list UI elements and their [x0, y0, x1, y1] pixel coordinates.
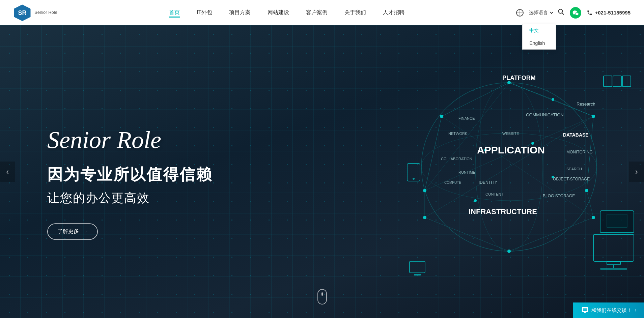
svg-text:OBJECT-STORAGE: OBJECT-STORAGE — [553, 177, 590, 181]
svg-text:MONITORING: MONITORING — [566, 150, 593, 154]
phone-area: +021-51185995 — [587, 10, 631, 16]
svg-point-30 — [552, 98, 554, 101]
nav-item-about[interactable]: 关于我们 — [344, 9, 366, 16]
svg-text:IDENTITY: IDENTITY — [479, 180, 497, 185]
next-arrow-icon: › — [635, 167, 638, 176]
svg-text:RUNTIME: RUNTIME — [458, 170, 475, 174]
chevron-down-icon — [550, 10, 553, 14]
svg-rect-63 — [600, 268, 627, 270]
svg-text:NETWORK: NETWORK — [448, 132, 468, 136]
lang-selector-container: 选择语言 中文 English — [529, 10, 552, 16]
wechat-svg — [572, 9, 579, 16]
live-chat-exclamation: ! — [635, 308, 636, 313]
lang-button-label: 选择语言 — [529, 10, 548, 16]
svg-text:DATABASE: DATABASE — [563, 132, 589, 138]
phone-icon — [587, 10, 593, 16]
globe-icon — [516, 9, 524, 17]
chat-icon — [581, 307, 589, 314]
svg-text:PLATFORM: PLATFORM — [502, 75, 536, 81]
svg-text:FINANCE: FINANCE — [458, 116, 475, 120]
svg-text:CONTENT: CONTENT — [485, 192, 503, 196]
lang-selector-button[interactable]: 选择语言 — [529, 10, 552, 16]
search-icon — [558, 8, 564, 15]
nav-item-recruit[interactable]: 人才招聘 — [383, 9, 404, 16]
live-chat-button[interactable]: 和我们在线交谈！ ! — [573, 302, 644, 318]
svg-text:COMPUTE: COMPUTE — [444, 181, 461, 184]
svg-text:SR: SR — [18, 9, 26, 16]
nav-links: 首页 IT外包 项目方案 网站建设 客户案例 关于我们 人才招聘 — [169, 9, 404, 16]
navbar: SR Senior Role 首页 IT外包 项目方案 网站建设 客户案例 关于… — [0, 0, 644, 25]
hero-brand: Senior Role — [47, 126, 213, 154]
svg-point-23 — [592, 115, 595, 118]
svg-point-24 — [440, 115, 443, 118]
hero-content: Senior Role 因为专业所以值得信赖 让您的办公更高效 了解更多 → — [47, 126, 213, 240]
svg-rect-65 — [607, 214, 627, 228]
svg-text:APPLICATION: APPLICATION — [477, 144, 545, 155]
logo-icon: SR — [13, 4, 31, 22]
svg-point-28 — [592, 216, 595, 219]
svg-text:COMMUNICATION: COMMUNICATION — [526, 112, 564, 117]
svg-line-10 — [425, 116, 442, 191]
svg-text:Research: Research — [577, 102, 595, 107]
tech-diagram-svg: PLATFORM Research FINANCE COMMUNICATION … — [357, 49, 644, 318]
hero-section: Senior Role 因为专业所以值得信赖 让您的办公更高效 了解更多 → — [0, 25, 644, 318]
hero-cta-label: 了解更多 — [57, 228, 79, 235]
svg-rect-54 — [613, 76, 621, 87]
svg-line-8 — [442, 83, 509, 116]
svg-rect-61 — [607, 261, 620, 265]
nav-right: 选择语言 中文 English — [516, 7, 631, 19]
logo-area[interactable]: SR Senior Role — [13, 4, 57, 22]
prev-slide-button[interactable]: ‹ — [0, 162, 15, 182]
svg-point-27 — [507, 250, 511, 253]
svg-text:BLOG STORAGE: BLOG STORAGE — [543, 194, 575, 198]
tech-diagram: PLATFORM Research FINANCE COMMUNICATION … — [357, 49, 644, 318]
svg-rect-59 — [414, 274, 421, 276]
phone-number: +021-51185995 — [595, 10, 631, 16]
scroll-mouse-icon — [317, 289, 327, 305]
svg-rect-60 — [593, 234, 634, 261]
logo-text: Senior Role — [34, 10, 57, 16]
lang-option-chinese[interactable]: 中文 — [523, 24, 556, 37]
svg-text:COLLABORATION: COLLABORATION — [441, 157, 472, 161]
scroll-indicator — [317, 289, 327, 305]
svg-line-14 — [425, 218, 509, 251]
next-slide-button[interactable]: › — [629, 162, 644, 182]
search-button[interactable] — [558, 8, 564, 17]
svg-rect-58 — [410, 261, 425, 273]
nav-item-projects[interactable]: 项目方案 — [229, 9, 251, 16]
svg-rect-55 — [622, 76, 631, 87]
prev-arrow-icon: ‹ — [6, 167, 9, 176]
globe-lang — [516, 9, 524, 17]
nav-item-it[interactable]: IT外包 — [197, 9, 212, 16]
svg-text:SEARCH: SEARCH — [566, 167, 582, 171]
nav-item-home[interactable]: 首页 — [169, 9, 180, 16]
svg-point-26 — [423, 189, 426, 192]
svg-text:WEBSITE: WEBSITE — [502, 132, 519, 136]
hero-title: 因为专业所以值得信赖 — [47, 164, 213, 185]
svg-point-57 — [413, 178, 415, 180]
nav-item-website[interactable]: 网站建设 — [268, 9, 289, 16]
svg-line-3 — [562, 13, 564, 15]
lang-dropdown: 中文 English — [522, 24, 556, 50]
svg-line-13 — [509, 218, 593, 251]
hero-subtitle: 让您的办公更高效 — [47, 190, 213, 206]
wechat-icon[interactable] — [570, 7, 581, 19]
svg-line-7 — [509, 83, 593, 116]
svg-point-33 — [474, 199, 477, 202]
nav-item-cases[interactable]: 客户案例 — [306, 9, 328, 16]
svg-point-22 — [507, 81, 511, 84]
hero-cta-arrow: → — [82, 229, 88, 235]
svg-text:INFRASTRUCTURE: INFRASTRUCTURE — [469, 207, 537, 216]
svg-rect-53 — [604, 76, 612, 87]
hero-cta-button[interactable]: 了解更多 → — [47, 223, 98, 240]
svg-point-25 — [585, 189, 588, 192]
live-chat-label: 和我们在线交谈！ — [591, 307, 632, 314]
svg-point-29 — [423, 216, 426, 219]
lang-option-english[interactable]: English — [523, 37, 556, 49]
